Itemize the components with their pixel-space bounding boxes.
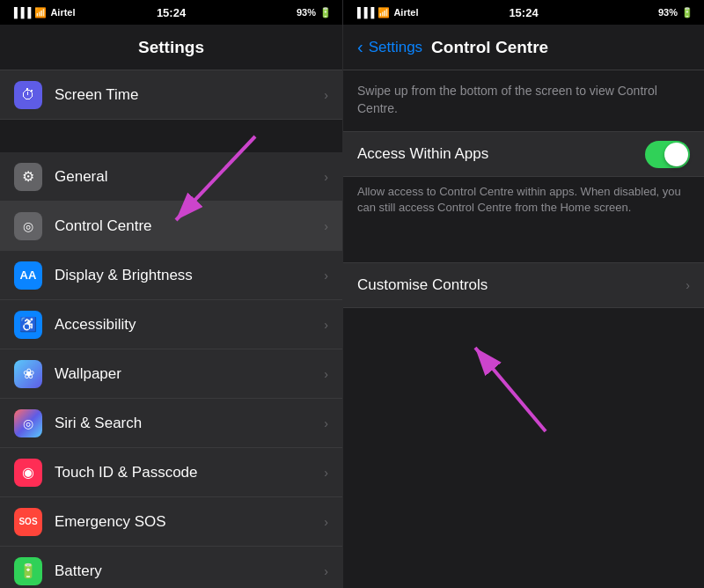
right-panel: ▐▐▐ 📶 Airtel 15:24 93% 🔋 ‹ Settings Cont…: [343, 0, 704, 588]
left-panel: ▐▐▐ 📶 Airtel 15:24 93% 🔋 Settings ⏱ Scre…: [0, 0, 343, 588]
emergency-sos-label: Emergency SOS: [55, 513, 324, 531]
customise-controls-label: Customise Controls: [357, 276, 686, 294]
settings-item-battery[interactable]: 🔋 Battery ›: [0, 547, 342, 588]
screen-time-chevron-icon: ›: [324, 88, 328, 102]
settings-item-emergency-sos[interactable]: SOS Emergency SOS ›: [0, 497, 342, 547]
settings-item-wallpaper[interactable]: ❀ Wallpaper ›: [0, 349, 342, 399]
touch-id-chevron-icon: ›: [324, 466, 328, 480]
general-chevron-icon: ›: [324, 170, 328, 184]
battery-settings-icon: 🔋: [14, 557, 42, 585]
left-time: 15:24: [157, 4, 186, 20]
access-within-apps-row[interactable]: Access Within Apps: [343, 131, 704, 177]
accessibility-chevron-icon: ›: [324, 318, 328, 332]
back-arrow-icon[interactable]: ‹: [357, 37, 363, 57]
left-status-bar: ▐▐▐ 📶 Airtel 15:24 93% 🔋: [0, 0, 342, 25]
settings-item-control-centre[interactable]: ◎ Control Centre ›: [0, 202, 342, 251]
customise-controls-chevron-icon: ›: [686, 278, 690, 292]
right-time: 15:24: [509, 4, 538, 20]
customise-controls-row[interactable]: Customise Controls ›: [343, 262, 704, 308]
wallpaper-icon: ❀: [14, 360, 42, 388]
right-signal-bars-icon: ▐▐▐: [354, 7, 374, 18]
battery-chevron-icon: ›: [324, 564, 328, 578]
section-separator: [343, 231, 704, 262]
right-carrier-signal: ▐▐▐ 📶 Airtel: [354, 7, 419, 18]
settings-item-screen-time[interactable]: ⏱ Screen Time ›: [0, 70, 342, 120]
control-centre-label: Control Centre: [55, 217, 324, 235]
display-brightness-icon: AA: [14, 261, 42, 290]
group-sep-1: [0, 121, 342, 152]
general-label: General: [55, 168, 324, 186]
wifi-icon: 📶: [34, 7, 47, 18]
control-centre-info-text: Swipe up from the bottom of the screen t…: [357, 83, 690, 117]
wallpaper-chevron-icon: ›: [324, 367, 328, 381]
back-label[interactable]: Settings: [369, 39, 422, 56]
settings-item-touch-id[interactable]: ◉ Touch ID & Passcode ›: [0, 448, 342, 497]
right-status-bar: ▐▐▐ 📶 Airtel 15:24 93% 🔋: [343, 0, 704, 25]
wallpaper-label: Wallpaper: [55, 365, 324, 383]
toggle-desc-text: Allow access to Control Centre within ap…: [357, 184, 690, 216]
siri-search-chevron-icon: ›: [324, 416, 328, 430]
siri-search-label: Siri & Search: [55, 415, 324, 432]
screen-time-label: Screen Time: [55, 86, 324, 104]
general-icon: ⚙: [14, 163, 42, 191]
settings-item-siri-search[interactable]: ◎ Siri & Search ›: [0, 399, 342, 448]
display-brightness-chevron-icon: ›: [324, 268, 328, 283]
accessibility-label: Accessibility: [55, 316, 324, 334]
access-within-apps-toggle[interactable]: [645, 141, 690, 168]
emergency-sos-icon: SOS: [14, 508, 42, 536]
right-wifi-icon: 📶: [378, 7, 390, 18]
touch-id-label: Touch ID & Passcode: [55, 464, 324, 481]
right-battery-icon: 🔋: [681, 7, 693, 18]
settings-title: Settings: [138, 38, 204, 57]
settings-nav-header: Settings: [0, 25, 342, 70]
right-battery: 93% 🔋: [658, 7, 693, 18]
accessibility-icon: ♿: [14, 311, 42, 339]
battery-label: Battery: [55, 562, 324, 580]
settings-item-accessibility[interactable]: ♿ Accessibility ›: [0, 300, 342, 349]
control-centre-icon: ◎: [14, 212, 42, 240]
display-brightness-label: Display & Brightness: [55, 267, 324, 284]
settings-item-general[interactable]: ⚙ General ›: [0, 152, 342, 202]
desc-text-block: Allow access to Control Centre within ap…: [343, 177, 704, 230]
right-content: Swipe up from the bottom of the screen t…: [343, 70, 704, 588]
touch-id-icon: ◉: [14, 459, 42, 487]
left-carrier-signal: ▐▐▐ 📶 Airtel: [11, 7, 76, 18]
right-carrier-name: Airtel: [393, 7, 418, 18]
battery-icon: 🔋: [319, 7, 332, 18]
access-within-apps-label: Access Within Apps: [357, 145, 645, 163]
settings-list: ⏱ Screen Time › ⚙ General › ◎ Control Ce…: [0, 70, 342, 588]
info-text-block: Swipe up from the bottom of the screen t…: [343, 70, 704, 131]
control-centre-title: Control Centre: [431, 38, 548, 57]
control-centre-chevron-icon: ›: [324, 219, 328, 233]
emergency-sos-chevron-icon: ›: [324, 515, 328, 529]
settings-item-display-brightness[interactable]: AA Display & Brightness ›: [0, 251, 342, 300]
screen-time-icon: ⏱: [14, 81, 42, 109]
left-battery: 93% 🔋: [297, 7, 332, 18]
carrier-name: Airtel: [50, 7, 75, 18]
siri-search-icon: ◎: [14, 409, 42, 437]
signal-bars-icon: ▐▐▐: [11, 7, 31, 18]
control-centre-nav-header: ‹ Settings Control Centre: [343, 25, 704, 70]
